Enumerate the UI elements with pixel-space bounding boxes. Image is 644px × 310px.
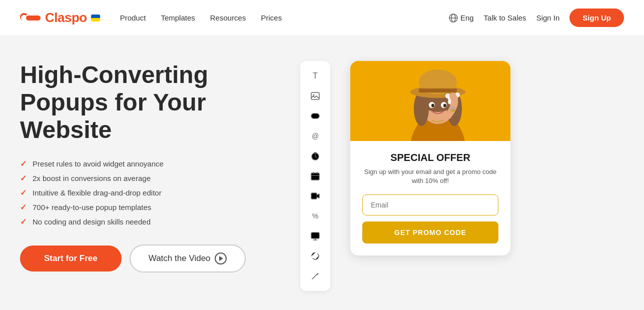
feature-text: 700+ ready-to-use popup templates: [33, 203, 151, 212]
cta-buttons: Start for Free Watch the Video: [20, 244, 280, 272]
input-tool-button[interactable]: @: [306, 127, 324, 145]
nav-product[interactable]: Product: [120, 14, 146, 22]
button-tool-button[interactable]: [306, 107, 324, 125]
svg-rect-12: [311, 193, 317, 199]
main-nav: Product Templates Resources Prices: [120, 14, 449, 22]
language-label: Eng: [460, 14, 474, 22]
hero-image-svg: [350, 61, 510, 141]
popup-email-input[interactable]: [362, 194, 498, 216]
video-tool-button[interactable]: [306, 187, 324, 205]
svg-rect-5: [311, 114, 319, 118]
check-icon: ✓: [20, 217, 27, 226]
check-icon: ✓: [20, 202, 27, 212]
image-tool-button[interactable]: [306, 87, 324, 105]
check-icon: ✓: [20, 174, 27, 183]
list-item: ✓ Intuitive & flexible drag-and-drop edi…: [20, 188, 280, 198]
check-icon: ✓: [20, 159, 27, 168]
svg-rect-8: [311, 173, 319, 180]
spinner-tool-button[interactable]: [306, 247, 324, 265]
nav-resources[interactable]: Resources: [210, 14, 246, 22]
popup-get-promo-button[interactable]: GET PROMO CODE: [362, 222, 498, 244]
svg-point-28: [431, 104, 434, 108]
watch-video-label: Watch the Video: [149, 254, 211, 264]
list-item: ✓ No coding and design skills needed: [20, 217, 280, 226]
draw-tool-button[interactable]: [306, 267, 324, 285]
svg-point-37: [450, 110, 455, 112]
timer-tool-button[interactable]: [306, 147, 324, 165]
svg-rect-25: [419, 88, 457, 92]
list-item: ✓ 700+ ready-to-use popup templates: [20, 202, 280, 212]
start-for-free-button[interactable]: Start for Free: [20, 246, 122, 272]
svg-point-29: [443, 104, 446, 108]
header: Claspo Product Templates Resources Price…: [0, 0, 644, 36]
feature-list: ✓ Preset rules to avoid widget annoyance…: [20, 159, 280, 226]
logo-text: Claspo: [45, 10, 87, 26]
hero-section: High-Converting Popups for Your Website …: [20, 61, 280, 295]
nav-prices[interactable]: Prices: [261, 14, 282, 22]
check-icon: ✓: [20, 188, 27, 198]
popup-body: SPECIAL OFFER Sign up with your email an…: [350, 141, 510, 256]
feature-text: No coding and design skills needed: [33, 218, 151, 226]
percent-tool-button[interactable]: %: [306, 207, 324, 225]
logo-icon: [20, 11, 42, 25]
hero-title: High-Converting Popups for Your Website: [20, 61, 280, 144]
ukraine-flag-icon: [91, 14, 100, 22]
feature-text: Preset rules to avoid widget annoyance: [33, 160, 164, 168]
list-item: ✓ 2x boost in conversions on average: [20, 174, 280, 183]
feature-text: 2x boost in conversions on average: [33, 174, 151, 182]
watch-video-button[interactable]: Watch the Video: [130, 244, 246, 272]
sign-up-button[interactable]: Sign Up: [569, 8, 624, 27]
sign-in-link[interactable]: Sign In: [536, 14, 560, 22]
language-selector[interactable]: Eng: [449, 14, 474, 22]
editor-toolbar: T @ %: [300, 61, 330, 291]
popup-preview: SPECIAL OFFER Sign up with your email an…: [350, 61, 510, 256]
popup-hero-image: [350, 61, 510, 141]
popup-special-offer-title: SPECIAL OFFER: [362, 152, 498, 164]
logo[interactable]: Claspo: [20, 10, 100, 26]
list-item: ✓ Preset rules to avoid widget annoyance: [20, 159, 280, 168]
talk-to-sales-link[interactable]: Talk to Sales: [484, 14, 526, 22]
screen-tool-button[interactable]: [306, 227, 324, 245]
calendar-tool-button[interactable]: [306, 167, 324, 185]
svg-rect-13: [311, 232, 319, 238]
feature-text: Intuitive & flexible drag-and-drop edito…: [33, 188, 162, 197]
play-icon: [215, 252, 227, 264]
play-triangle-icon: [219, 256, 223, 261]
svg-rect-3: [311, 92, 319, 100]
popup-subtitle-text: Sign up with your email and get a promo …: [362, 168, 498, 186]
text-tool-button[interactable]: T: [306, 67, 324, 85]
nav-templates[interactable]: Templates: [161, 14, 195, 22]
main-content: High-Converting Popups for Your Website …: [0, 36, 644, 310]
header-right: Eng Talk to Sales Sign In Sign Up: [449, 8, 624, 27]
globe-icon: [449, 14, 458, 22]
